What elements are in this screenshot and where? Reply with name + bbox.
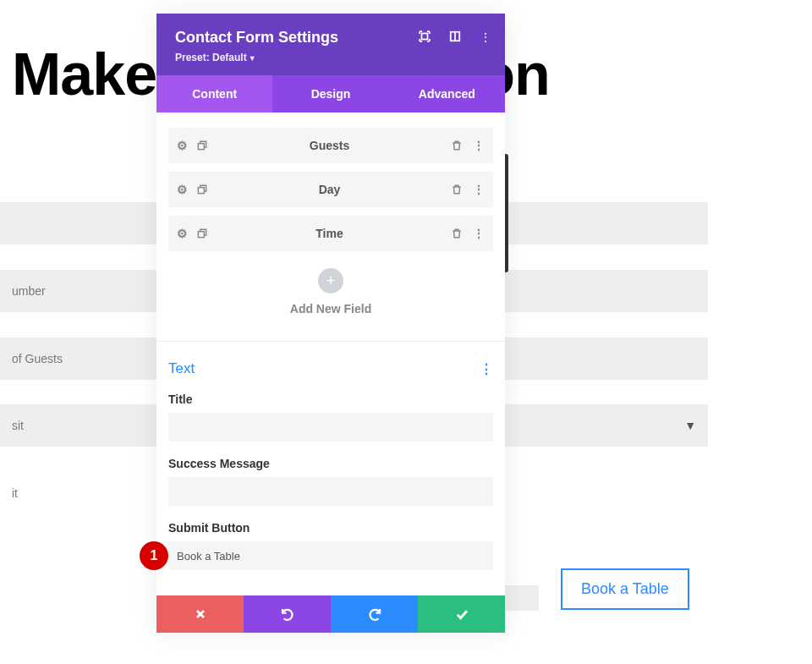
title-input[interactable] <box>168 413 493 442</box>
cancel-button[interactable] <box>156 595 244 633</box>
success-msg-label: Success Message <box>168 457 493 470</box>
tab-advanced[interactable]: Advanced <box>389 75 505 112</box>
field-row[interactable]: ⚙ Day ⋮ <box>168 172 493 207</box>
save-button[interactable] <box>418 595 505 633</box>
bg-input-5[interactable]: it <box>0 472 161 514</box>
chevron-down-icon: ▼ <box>684 419 696 432</box>
fullscreen-icon[interactable] <box>419 30 431 44</box>
tab-content[interactable]: Content <box>156 75 272 112</box>
section-more-icon[interactable]: ⋮ <box>480 361 493 377</box>
duplicate-icon[interactable] <box>196 184 208 195</box>
field-label: Guests <box>208 139 451 152</box>
book-table-button[interactable]: Book a Table <box>561 568 689 610</box>
undo-button[interactable] <box>244 595 331 633</box>
text-section-heading[interactable]: Text <box>168 360 195 377</box>
svg-rect-5 <box>198 232 204 238</box>
gear-icon[interactable]: ⚙ <box>177 139 188 152</box>
modal-header: Contact Form Settings Preset: Default▼ ⋮ <box>156 14 505 75</box>
gear-icon[interactable]: ⚙ <box>177 227 188 240</box>
trash-icon[interactable] <box>451 140 463 151</box>
svg-rect-4 <box>198 188 204 194</box>
svg-rect-3 <box>198 144 204 150</box>
trash-icon[interactable] <box>451 228 463 239</box>
more-icon[interactable]: ⋮ <box>480 30 491 44</box>
duplicate-icon[interactable] <box>196 140 208 151</box>
tabs: Content Design Advanced <box>156 75 505 112</box>
settings-modal: Contact Form Settings Preset: Default▼ ⋮… <box>156 14 505 633</box>
field-row[interactable]: ⚙ Guests ⋮ <box>168 128 493 163</box>
trash-icon[interactable] <box>451 184 463 195</box>
redo-button[interactable] <box>331 595 418 633</box>
more-icon[interactable]: ⋮ <box>473 227 485 240</box>
gear-icon[interactable]: ⚙ <box>177 183 188 196</box>
submit-btn-input[interactable] <box>168 541 493 570</box>
success-msg-input[interactable] <box>168 477 493 506</box>
add-field-button[interactable]: + <box>318 268 343 294</box>
annotation-badge: 1 <box>140 541 168 570</box>
chevron-down-icon: ▼ <box>249 54 256 63</box>
add-field-label: Add New Field <box>168 302 493 316</box>
duplicate-icon[interactable] <box>196 228 208 239</box>
preset-dropdown[interactable]: Preset: Default▼ <box>175 52 486 63</box>
field-row[interactable]: ⚙ Time ⋮ <box>168 216 493 251</box>
title-label: Title <box>168 392 493 406</box>
more-icon[interactable]: ⋮ <box>473 139 485 152</box>
bg-dropdown-label: sit <box>12 419 24 432</box>
layout-icon[interactable] <box>449 30 461 44</box>
field-label: Day <box>208 183 451 196</box>
submit-btn-label: Submit Button <box>168 521 493 535</box>
more-icon[interactable]: ⋮ <box>473 183 485 196</box>
field-label: Time <box>208 227 451 240</box>
tab-design[interactable]: Design <box>272 75 388 112</box>
svg-rect-0 <box>422 34 428 40</box>
